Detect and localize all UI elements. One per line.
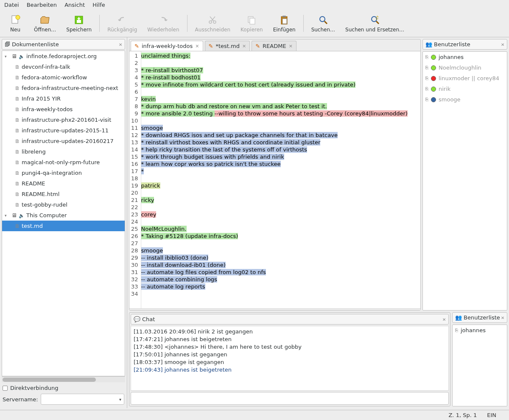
code-line[interactable]: * work through budget issues with pfriel…: [141, 153, 420, 160]
user-list[interactable]: ⎘johannes⎘Noelmcloughlin⎘linuxmoder || c…: [422, 51, 507, 311]
code-area[interactable]: unclaimed things:* re-install bvirthost0…: [141, 51, 420, 308]
chat-log[interactable]: [11.03.2016 20:49:06] nirik 2 ist gegang…: [131, 326, 449, 391]
code-line[interactable]: corey: [141, 211, 420, 218]
servername-combo[interactable]: ▾: [41, 394, 124, 405]
undo-icon: [116, 14, 128, 26]
paste-button[interactable]: Einfügen: [269, 12, 300, 34]
close-icon[interactable]: ×: [501, 41, 504, 48]
pane-divider[interactable]: [129, 308, 420, 310]
user-row[interactable]: ⎘smooge: [423, 94, 507, 105]
editor-tab[interactable]: ✎README×: [252, 41, 296, 51]
document-tree[interactable]: ▾ infinote.fedoraproject.org devconf-inf…: [2, 50, 125, 376]
code-line[interactable]: [141, 59, 420, 67]
code-line[interactable]: * dump arm hub db and restore on new vm …: [141, 103, 420, 110]
user-row[interactable]: ⎘Noelmcloughlin: [423, 62, 507, 73]
tree-document[interactable]: devconf-infra-talk: [2, 62, 125, 72]
code-line[interactable]: unclaimed things:: [141, 52, 420, 59]
code-line[interactable]: [141, 204, 420, 211]
tree-host[interactable]: ▾ This Computer: [2, 210, 125, 221]
menu-file[interactable]: Datei: [4, 2, 19, 8]
code-line[interactable]: -- install download-ib01 (done): [141, 261, 420, 269]
code-line[interactable]: -- install ibiblio03 (done): [141, 254, 420, 261]
menu-view[interactable]: Ansicht: [64, 2, 85, 8]
chat-user-row[interactable]: ⎘johannes: [453, 325, 507, 336]
tree-document[interactable]: fedora-infrastructure-meeting-next: [2, 83, 125, 93]
close-icon[interactable]: ×: [195, 43, 199, 49]
redo-button[interactable]: Wiederholen: [143, 12, 183, 34]
chevron-down-icon: ▾: [119, 397, 121, 402]
close-icon[interactable]: ×: [289, 43, 293, 49]
code-line[interactable]: patrick: [141, 182, 420, 189]
tree-document[interactable]: test.md: [2, 221, 125, 231]
code-line[interactable]: -- automate log reports: [141, 283, 420, 290]
code-line[interactable]: * help ricky transition the last of the …: [141, 146, 420, 153]
code-line[interactable]: *: [141, 168, 420, 175]
statusbar: Z. 1, Sp. 1 EIN: [0, 410, 509, 420]
find-button[interactable]: Suchen…: [307, 12, 339, 34]
direct-connection-checkbox[interactable]: [3, 386, 8, 391]
copy-button[interactable]: Kopieren: [236, 12, 267, 34]
code-line[interactable]: * re-install bvirthost07: [141, 67, 420, 74]
editor-tab[interactable]: ✎infra-weekly-todos×: [131, 41, 203, 51]
replace-button[interactable]: Suchen und Ersetzen…: [341, 12, 408, 34]
code-line[interactable]: smooge: [141, 124, 420, 132]
tree-document[interactable]: pungi4-qa-integration: [2, 168, 125, 178]
menu-edit[interactable]: Bearbeiten: [27, 2, 57, 8]
tree-document[interactable]: infrastructure-updates-2015-11: [2, 125, 125, 136]
user-row[interactable]: ⎘nirik: [423, 84, 507, 94]
tree-document[interactable]: fedora-atomic-workflow: [2, 72, 125, 83]
code-line[interactable]: -- automate log files copied from log02 …: [141, 269, 420, 276]
chat-user-list[interactable]: ⎘johannes: [452, 325, 507, 406]
tree-document[interactable]: Infra 2015 YIR: [2, 93, 125, 104]
editor-tabs: ✎infra-weekly-todos×✎*test.md×✎README×: [129, 39, 420, 51]
close-icon[interactable]: ×: [501, 314, 504, 321]
cut-button[interactable]: Ausschneiden: [191, 12, 235, 34]
chat-entry: [17:50:01] johannes ist gegangen: [134, 351, 446, 358]
code-line[interactable]: * re-install bodhost01: [141, 74, 420, 81]
code-line[interactable]: * reinstall virthost boxes with RHGS and…: [141, 139, 420, 146]
undo-button[interactable]: Rückgängig: [103, 12, 141, 34]
code-line[interactable]: * download RHGS isos and set up package …: [141, 132, 420, 139]
save-button[interactable]: Speichern: [62, 12, 96, 34]
user-row[interactable]: ⎘johannes: [423, 52, 507, 62]
code-line[interactable]: ricky: [141, 196, 420, 204]
horizontal-scrollbar[interactable]: [2, 376, 125, 382]
tree-document[interactable]: infra-weekly-todos: [2, 104, 125, 115]
chat-input[interactable]: [131, 392, 449, 405]
code-line[interactable]: NoelMcLoughlin.: [141, 225, 420, 232]
chat-user-list-title: Benutzerliste: [464, 314, 500, 321]
tree-document[interactable]: magical-not-only-rpm-future: [2, 157, 125, 168]
code-line[interactable]: [141, 240, 420, 247]
code-line[interactable]: * Taking #5128 (update infra-docs): [141, 232, 420, 240]
code-line[interactable]: [141, 88, 420, 95]
new-button[interactable]: Neu: [3, 12, 28, 34]
tree-document[interactable]: test-gobby-rudel: [2, 199, 125, 210]
tree-document[interactable]: infrastructure-phx2-201601-visit: [2, 115, 125, 125]
tree-document[interactable]: infrastructure-updates-20160217: [2, 136, 125, 146]
code-line[interactable]: [141, 175, 420, 182]
code-line[interactable]: [141, 117, 420, 124]
direct-connection-label: Direktverbindung: [10, 385, 58, 391]
close-icon[interactable]: ×: [119, 41, 122, 48]
connection-icon: ⎘: [425, 97, 428, 102]
code-line[interactable]: [141, 290, 420, 297]
document-list-panel: 🗐Dokumentenliste × ▾ infinote.fedoraproj…: [0, 37, 127, 408]
code-line[interactable]: -- automate combining logs: [141, 276, 420, 283]
code-line[interactable]: [141, 189, 420, 196]
user-row[interactable]: ⎘linuxmoder || corey84: [423, 73, 507, 84]
code-line[interactable]: * more ansible 2.0 testing --willing to …: [141, 110, 420, 117]
code-line[interactable]: * move infinote from wildcard cert to ho…: [141, 81, 420, 88]
code-line[interactable]: * learn how copr works so patrick isn't …: [141, 160, 420, 168]
code-line[interactable]: smooge: [141, 247, 420, 254]
editor-tab[interactable]: ✎*test.md×: [205, 41, 250, 51]
open-button[interactable]: Öffnen…: [30, 12, 60, 34]
tree-document[interactable]: README.html: [2, 189, 125, 199]
tree-document[interactable]: README: [2, 178, 125, 189]
menu-help[interactable]: Hilfe: [92, 2, 105, 8]
tree-document[interactable]: libreleng: [2, 146, 125, 157]
code-line[interactable]: kevin: [141, 95, 420, 103]
close-icon[interactable]: ×: [242, 43, 246, 49]
code-line[interactable]: [141, 218, 420, 225]
tree-host[interactable]: ▾ infinote.fedoraproject.org: [2, 51, 125, 62]
close-icon[interactable]: ×: [442, 316, 446, 322]
